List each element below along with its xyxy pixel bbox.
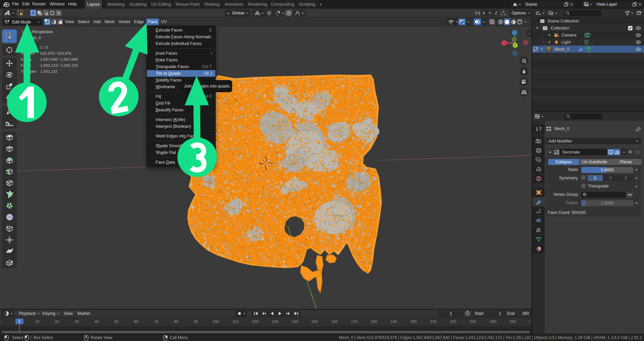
svg-text:X: X — [503, 41, 505, 45]
svg-text:Z: Z — [514, 31, 516, 35]
svg-text:Y: Y — [514, 44, 517, 47]
